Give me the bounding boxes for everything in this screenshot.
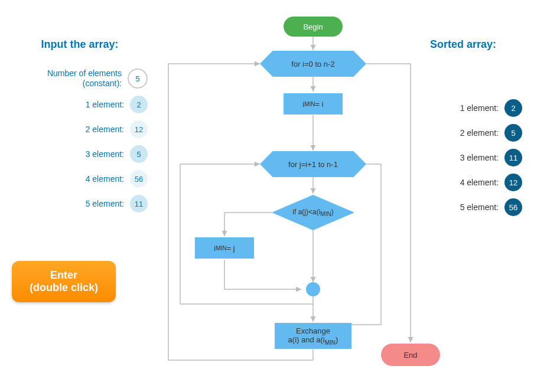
flowchart-exchange-line1: Exchange bbox=[296, 326, 330, 335]
sorted-element-label: 3 element: bbox=[460, 153, 499, 162]
sorted-element-label: 1 element: bbox=[460, 103, 499, 113]
sorted-element-value: 2 bbox=[504, 99, 522, 117]
input-element-label: 3 element: bbox=[86, 149, 124, 159]
flowchart-end: End bbox=[381, 344, 440, 366]
sorted-element-value: 11 bbox=[504, 149, 522, 166]
sorted-element-value: 56 bbox=[504, 198, 522, 216]
input-element-value: 12 bbox=[130, 120, 148, 138]
input-element-label: 5 element: bbox=[86, 199, 124, 208]
input-element-value: 56 bbox=[130, 170, 148, 188]
flowchart-exchange: Exchange a(i) and a(iMIN) bbox=[275, 323, 351, 349]
input-element-value: 2 bbox=[130, 96, 148, 113]
flowchart-outer-loop: for i=0 to n-2 bbox=[260, 51, 366, 77]
flowchart: Begin for i=0 to n-2 iMIN = i for j=i+1 … bbox=[148, 12, 404, 380]
flowchart-condition: if a(j)<a(iMIN) bbox=[272, 195, 354, 230]
flowchart-begin: Begin bbox=[284, 17, 343, 37]
flowchart-imin-i: iMIN = i bbox=[284, 93, 343, 115]
input-element-label: 4 element: bbox=[86, 174, 124, 184]
sorted-element-label: 4 element: bbox=[460, 178, 499, 187]
sorted-title: Sorted array: bbox=[404, 38, 522, 51]
input-element-value: 11 bbox=[130, 195, 148, 213]
sorted-element-label: 2 element: bbox=[460, 128, 499, 138]
enter-button[interactable]: Enter (double click) bbox=[12, 261, 116, 302]
input-element-label: 1 element: bbox=[86, 100, 124, 109]
sorted-element-value: 5 bbox=[504, 124, 522, 142]
sorted-element-value: 12 bbox=[504, 174, 522, 191]
constant-value: 5 bbox=[128, 68, 148, 89]
flowchart-exchange-line2: a(i) and a(iMIN) bbox=[288, 335, 338, 346]
constant-label: Number of elements (constant): bbox=[39, 68, 122, 89]
flowchart-connector bbox=[306, 282, 320, 296]
flowchart-inner-loop: for j=i+1 to n-1 bbox=[260, 151, 366, 177]
input-title: Input the array: bbox=[12, 38, 148, 51]
flowchart-imin-j: iMIN = j bbox=[195, 237, 254, 259]
input-element-value: 5 bbox=[130, 145, 148, 163]
enter-button-line2: (double click) bbox=[30, 282, 98, 294]
sorted-element-label: 5 element: bbox=[460, 202, 499, 212]
input-element-label: 2 element: bbox=[86, 125, 124, 134]
enter-button-line1: Enter bbox=[30, 269, 98, 282]
